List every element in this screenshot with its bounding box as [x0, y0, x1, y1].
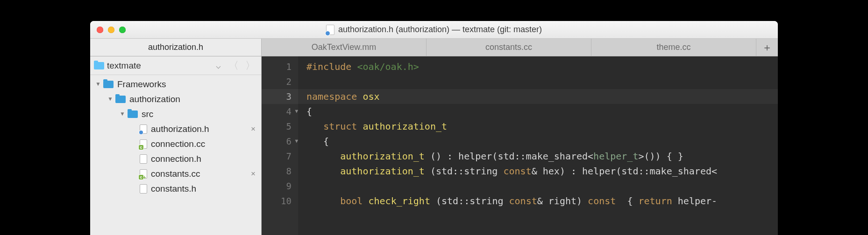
line-number[interactable]: 2 — [262, 74, 298, 89]
traffic-lights — [97, 27, 126, 33]
line-number[interactable]: 1 — [262, 59, 298, 74]
file-icon — [140, 139, 147, 149]
tab-constants-cc[interactable]: constants.cc — [427, 39, 591, 56]
folder-icon — [94, 62, 104, 69]
tree-item-label: constants.cc — [151, 169, 251, 179]
nav-forward-button[interactable]: 〉 — [243, 59, 257, 73]
window-body: textmate ⌵ 〈 〉 ▼Frameworks▼authorization… — [90, 56, 778, 235]
code-line[interactable]: namespace osx — [298, 89, 778, 104]
line-number-gutter[interactable]: 1234▼56▼78910 — [262, 56, 298, 235]
file-tree[interactable]: ▼Frameworks▼authorization▼srcauthorizati… — [90, 75, 261, 235]
file-icon — [140, 154, 147, 164]
tab-authorization-h[interactable]: authorization.h — [90, 39, 262, 56]
code-line[interactable]: struct authorization_t — [306, 119, 778, 134]
line-number[interactable]: 7 — [262, 149, 298, 164]
line-number[interactable]: 3 — [262, 89, 298, 104]
code-line[interactable]: #include <oak/oak.h> — [306, 59, 778, 74]
tab-label: authorization.h — [148, 42, 203, 52]
tree-item[interactable]: connection.h — [90, 152, 261, 166]
new-tab-button[interactable]: ＋ — [756, 39, 778, 56]
close-file-icon[interactable]: × — [251, 124, 256, 134]
minimize-window-button[interactable] — [108, 27, 114, 33]
code-line[interactable]: { — [306, 134, 778, 149]
tree-item[interactable]: constants.cc× — [90, 166, 261, 181]
tree-item[interactable]: authorization.h× — [90, 122, 261, 137]
code-line[interactable]: bool check_right (std::string const& rig… — [306, 194, 778, 208]
tab-label: constants.cc — [485, 42, 532, 52]
file-icon — [140, 184, 147, 194]
tree-item-label: connection.h — [151, 154, 256, 164]
folder-icon — [115, 96, 126, 103]
tree-item-label: constants.h — [151, 184, 256, 194]
file-browser-header: textmate ⌵ 〈 〉 — [90, 56, 261, 75]
fold-indicator-icon[interactable]: ▼ — [295, 134, 298, 149]
project-dropdown-button[interactable]: ⌵ — [213, 61, 224, 71]
tree-item[interactable]: constants.h — [90, 181, 261, 196]
tab-bar: authorization.h OakTextView.mm constants… — [90, 39, 778, 56]
tree-item[interactable]: ▼src — [90, 107, 261, 122]
tab-label: OakTextView.mm — [312, 42, 377, 52]
file-browser: textmate ⌵ 〈 〉 ▼Frameworks▼authorization… — [90, 56, 262, 235]
fold-indicator-icon[interactable]: ▼ — [295, 104, 298, 119]
line-number[interactable]: 6▼ — [262, 134, 298, 149]
file-icon — [140, 124, 147, 134]
folder-icon — [128, 111, 138, 118]
tree-item-label: connection.cc — [151, 139, 256, 149]
zoom-window-button[interactable] — [119, 27, 126, 33]
code-line[interactable] — [306, 74, 778, 89]
window-title-text: authorization.h (authorization) — textma… — [338, 25, 542, 35]
tree-item-label: authorization.h — [151, 124, 251, 134]
close-window-button[interactable] — [97, 27, 103, 33]
line-number[interactable]: 4▼ — [262, 104, 298, 119]
code-line[interactable] — [306, 179, 778, 194]
code-editor[interactable]: 1234▼56▼78910 #include <oak/oak.h>namesp… — [262, 56, 778, 235]
header-file-icon — [326, 25, 334, 35]
line-number[interactable]: 10 — [262, 194, 298, 208]
code-line[interactable]: { — [306, 104, 778, 119]
tree-item-label: Frameworks — [117, 79, 256, 90]
tree-item[interactable]: ▼authorization — [90, 92, 261, 107]
close-file-icon[interactable]: × — [251, 169, 256, 179]
code-line[interactable]: authorization_t (std::string const& hex)… — [306, 164, 778, 179]
project-root-label[interactable]: textmate — [107, 61, 210, 71]
disclosure-triangle-icon[interactable]: ▼ — [95, 81, 101, 87]
code-area[interactable]: #include <oak/oak.h>namespace osx{ struc… — [298, 56, 778, 235]
plus-icon: ＋ — [762, 41, 772, 55]
file-icon — [140, 169, 147, 179]
tree-item[interactable]: connection.cc — [90, 137, 261, 152]
folder-icon — [103, 81, 114, 88]
tab-theme-cc[interactable]: theme.cc — [591, 39, 756, 56]
line-number[interactable]: 8 — [262, 164, 298, 179]
disclosure-triangle-icon[interactable]: ▼ — [119, 111, 126, 117]
tree-item-label: authorization — [129, 94, 256, 104]
disclosure-triangle-icon[interactable]: ▼ — [107, 96, 114, 102]
tab-label: theme.cc — [656, 42, 690, 52]
code-line[interactable]: authorization_t () : helper(std::make_sh… — [306, 149, 778, 164]
tree-item-label: src — [142, 109, 256, 119]
titlebar: authorization.h (authorization) — textma… — [90, 21, 778, 39]
app-window: authorization.h (authorization) — textma… — [90, 21, 778, 235]
window-title: authorization.h (authorization) — textma… — [326, 25, 542, 35]
tree-item[interactable]: ▼Frameworks — [90, 77, 261, 92]
nav-back-button[interactable]: 〈 — [227, 59, 241, 73]
line-number[interactable]: 9 — [262, 179, 298, 194]
line-number[interactable]: 5 — [262, 119, 298, 134]
tab-oaktextview[interactable]: OakTextView.mm — [262, 39, 427, 56]
